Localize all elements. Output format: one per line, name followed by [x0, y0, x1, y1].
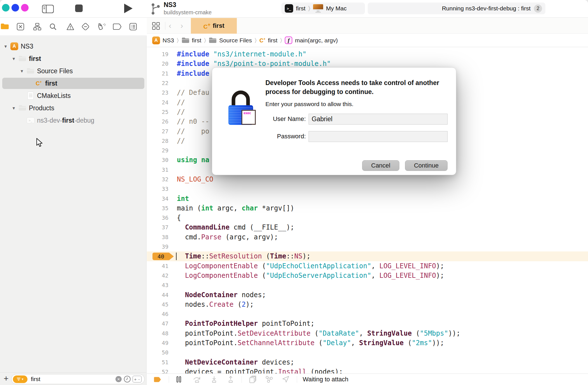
line-number[interactable]: 48	[147, 330, 170, 337]
recents-clock-icon[interactable]	[124, 375, 131, 383]
traffic-minimize-button[interactable]	[11, 4, 19, 12]
disclosure-chevron-icon[interactable]: ▾	[11, 105, 17, 111]
tree-row[interactable]: ▾Source Files	[0, 65, 147, 77]
line-number[interactable]: 44	[147, 292, 170, 298]
tree-row[interactable]: ▾ANS3	[0, 40, 147, 52]
code-line[interactable]: 37 CommandLine cmd (__FILE__);	[147, 223, 588, 232]
username-field[interactable]: Gabriel	[309, 114, 448, 125]
flags-filter-icon[interactable]: + -	[133, 376, 142, 382]
code-line[interactable]: 38 cmd.Parse (argc, argv);	[147, 232, 588, 242]
activity-status[interactable]: Running ns3-dev-first-debug : first 2	[368, 3, 545, 14]
tree-row[interactable]: CMakeLists	[0, 90, 147, 102]
issue-navigator-icon[interactable]	[66, 23, 74, 30]
symbol-navigator-icon[interactable]	[33, 23, 41, 30]
continue-button[interactable]: Continue	[405, 160, 448, 171]
source-control-navigator-icon[interactable]	[17, 23, 24, 30]
tree-row[interactable]: C+first	[0, 77, 147, 90]
line-number[interactable]: 30	[147, 157, 170, 163]
breakpoints-toggle-icon[interactable]	[154, 377, 161, 382]
line-number[interactable]: 20	[147, 60, 170, 67]
breadcrumb-item[interactable]: Source Files	[209, 37, 252, 44]
issue-count-badge[interactable]: 2	[534, 4, 542, 13]
filter-input[interactable]: first	[31, 376, 115, 382]
scheme-target-label[interactable]: first	[296, 5, 305, 12]
code-line[interactable]: 35main (int argc, char *argv[])	[147, 203, 588, 213]
line-number[interactable]: 34	[147, 195, 170, 202]
line-number[interactable]: 25	[147, 109, 170, 115]
line-number[interactable]: 31	[147, 166, 170, 173]
disclosure-chevron-icon[interactable]: ▾	[11, 56, 17, 62]
line-number[interactable]: 38	[147, 234, 170, 240]
code-line[interactable]: 46	[147, 309, 588, 319]
line-number[interactable]: 45	[147, 301, 170, 308]
line-number[interactable]: 27	[147, 128, 170, 135]
breakpoint-navigator-icon[interactable]	[113, 24, 121, 30]
code-line[interactable]: 36{	[147, 213, 588, 223]
breadcrumb-item[interactable]: first	[182, 37, 202, 44]
debug-navigator-icon[interactable]	[98, 23, 106, 31]
line-number[interactable]: 22	[147, 80, 170, 86]
tree-row[interactable]: ▾Products	[0, 102, 147, 114]
tab-overview-icon[interactable]	[152, 18, 160, 34]
traffic-zoom-button[interactable]	[21, 4, 29, 12]
code-line[interactable]: 19#include "ns3/internet-module.h"	[147, 49, 588, 59]
code-line[interactable]: 32NS_LOG_CO	[147, 175, 588, 184]
code-line[interactable]: 43	[147, 280, 588, 290]
code-line[interactable]: 48 pointToPoint.SetDeviceAttribute ("Dat…	[147, 329, 588, 338]
line-number[interactable]: 49	[147, 340, 170, 346]
line-number[interactable]: 43	[147, 282, 170, 288]
disclosure-chevron-icon[interactable]: ▾	[3, 43, 8, 49]
traffic-close-button[interactable]	[2, 4, 10, 12]
code-line[interactable]: 41 LogComponentEnable ("UdpEchoClientApp…	[147, 261, 588, 271]
code-line[interactable]: 34int	[147, 194, 588, 203]
find-navigator-icon[interactable]	[49, 23, 57, 30]
back-chevron-icon[interactable]: ‹	[169, 18, 171, 34]
disclosure-chevron-icon[interactable]: ▾	[19, 68, 25, 74]
filter-field[interactable]: ▾ first ✕ + -	[11, 374, 145, 384]
report-navigator-icon[interactable]	[129, 23, 137, 30]
code-line[interactable]: 50	[147, 348, 588, 357]
clear-filter-icon[interactable]: ✕	[115, 376, 122, 382]
line-number[interactable]: 42	[147, 272, 170, 279]
line-number[interactable]: 36	[147, 214, 170, 221]
code-line[interactable]: 49 pointToPoint.SetChannelAttribute ("De…	[147, 338, 588, 348]
breakpoint-badge[interactable]: 40	[152, 253, 174, 260]
line-number[interactable]: 26	[147, 118, 170, 125]
breadcrumb-item[interactable]: ANS3	[152, 36, 174, 44]
line-number[interactable]: 46	[147, 311, 170, 317]
line-number[interactable]: 19	[147, 51, 170, 58]
forward-chevron-icon[interactable]: ›	[180, 18, 183, 34]
password-field[interactable]	[309, 131, 448, 142]
line-number[interactable]: 21	[147, 70, 170, 77]
line-number[interactable]: 50	[147, 349, 170, 356]
tab-first[interactable]: C+ first	[191, 18, 237, 34]
line-number[interactable]: 24	[147, 99, 170, 106]
code-line[interactable]: 47 PointToPointHelper pointToPoint;	[147, 319, 588, 328]
scheme-selector[interactable]: >_ first 〉 My Mac	[281, 3, 365, 14]
pause-icon[interactable]	[177, 376, 181, 382]
line-number[interactable]: 29	[147, 147, 170, 154]
line-number[interactable]: 23	[147, 89, 170, 96]
code-line[interactable]: 52 devices = pointToPoint.Install (nodes…	[147, 367, 588, 373]
tree-row[interactable]: ▾first	[0, 52, 147, 65]
line-number[interactable]: 51	[147, 359, 170, 366]
code-line[interactable]: 39	[147, 242, 588, 251]
line-number[interactable]: 32	[147, 176, 170, 183]
stop-button[interactable]	[75, 4, 83, 12]
breadcrumb-item[interactable]: C+first	[259, 37, 277, 44]
line-number[interactable]: 28	[147, 138, 170, 144]
project-navigator-icon[interactable]	[1, 23, 9, 30]
line-number[interactable]: 41	[147, 263, 170, 269]
breadcrumb-item[interactable]: fmain(argc, argv)	[285, 36, 338, 44]
code-line[interactable]: 44 NodeContainer nodes;	[147, 290, 588, 299]
run-button[interactable]	[124, 4, 133, 13]
line-number[interactable]: 37	[147, 224, 170, 231]
code-line[interactable]: 42 LogComponentEnable ("UdpEchoServerApp…	[147, 271, 588, 280]
line-number[interactable]: 47	[147, 320, 170, 327]
line-number[interactable]: 39	[147, 243, 170, 250]
add-button[interactable]: +	[4, 374, 9, 383]
line-number[interactable]: 33	[147, 185, 170, 192]
line-number[interactable]: 52	[147, 368, 170, 373]
filter-options-icon[interactable]: ▾	[13, 375, 27, 383]
code-line[interactable]: 33	[147, 184, 588, 194]
